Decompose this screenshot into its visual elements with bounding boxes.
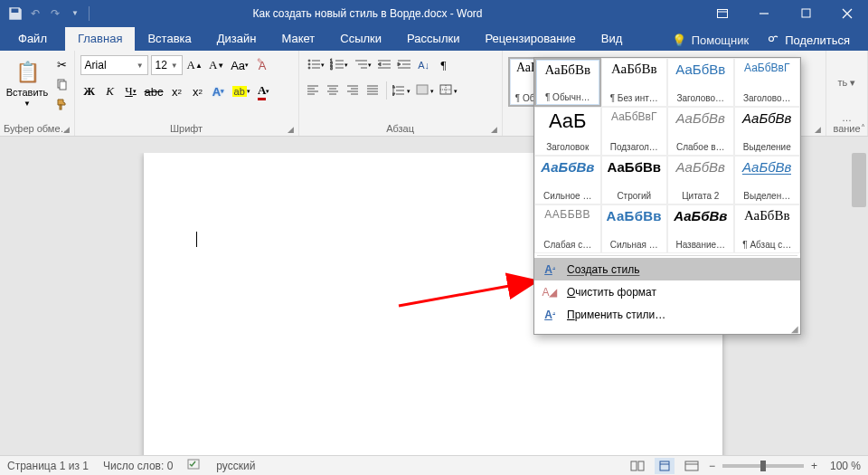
tell-me-search[interactable]: 💡 Помощник [665, 31, 757, 50]
language-status[interactable]: русский [216, 460, 255, 472]
web-layout-view-button[interactable] [682, 458, 702, 474]
save-icon[interactable] [7, 5, 24, 22]
vertical-scrollbar[interactable] [852, 153, 866, 455]
highlight-button[interactable]: ab▾ [231, 81, 252, 101]
line-spacing-button[interactable]: ▾ [391, 81, 412, 101]
sort-button[interactable]: А↓ [415, 55, 433, 75]
dialog-launcher-icon[interactable]: ◢ [491, 125, 497, 134]
page-number-status[interactable]: Страница 1 из 1 [7, 460, 89, 472]
shrink-font-button[interactable]: A▼ [207, 55, 226, 75]
zoom-out-button[interactable]: − [709, 460, 715, 472]
apply-styles-action[interactable]: A₄ Применить стили… [534, 303, 800, 326]
tab-mailings[interactable]: Рассылки [394, 27, 472, 51]
cut-button[interactable]: ✂ [53, 56, 70, 72]
align-right-button[interactable] [344, 81, 363, 101]
resize-grip-icon[interactable]: ◢ [534, 326, 800, 334]
font-color-button[interactable]: A▾ [255, 81, 273, 101]
maximize-icon[interactable] [785, 0, 826, 26]
dialog-launcher-icon[interactable]: ◢ [815, 125, 821, 134]
strikethrough-button[interactable]: abc [143, 81, 165, 101]
status-bar: Страница 1 из 1 Число слов: 0 русский − … [0, 455, 868, 475]
gallery-style-item[interactable]: АаБбВвНазвание… [667, 204, 734, 253]
proofing-status[interactable] [187, 458, 202, 473]
undo-icon[interactable]: ↶ [27, 5, 43, 22]
show-marks-button[interactable]: ¶ [435, 55, 453, 75]
change-case-button[interactable]: Aa▾ [229, 55, 250, 75]
gallery-style-item[interactable]: АаБбВвСлабое в… [667, 107, 734, 156]
paste-button[interactable]: 📋 Вставить ▼ [4, 53, 51, 115]
align-center-button[interactable] [325, 81, 343, 101]
share-button[interactable]: Поделиться [760, 30, 857, 51]
share-icon [767, 33, 779, 48]
align-left-button[interactable] [305, 81, 323, 101]
clear-formatting-label: Очистить формат [567, 286, 656, 299]
multilevel-list-button[interactable]: ▾ [352, 55, 373, 75]
word-count-status[interactable]: Число слов: 0 [103, 460, 173, 472]
gallery-style-item[interactable]: ААББВВСлабая с… [534, 204, 601, 253]
clear-formatting-button[interactable]: A✎ [253, 55, 271, 75]
gallery-style-item[interactable]: АаБбВвГПодзагол… [601, 107, 668, 156]
gallery-style-item[interactable]: АаБбВвГЗаголово… [734, 58, 801, 107]
copy-button[interactable] [53, 76, 70, 92]
redo-icon[interactable]: ↷ [47, 5, 63, 22]
superscript-button[interactable]: x2 [189, 81, 207, 101]
gallery-style-item[interactable]: АаБбВвСильное … [534, 156, 601, 204]
gallery-style-item[interactable]: АаБбВвСильная … [601, 204, 668, 253]
gallery-style-item[interactable]: АаБбВвЗаголово… [667, 58, 734, 107]
close-icon[interactable] [826, 0, 868, 26]
gallery-style-item[interactable]: АаБбВвЦитата 2 [667, 156, 734, 204]
read-mode-view-button[interactable] [627, 458, 647, 474]
account-badge[interactable] [637, 5, 691, 22]
format-painter-button[interactable] [53, 96, 70, 112]
bullets-button[interactable]: ▾ [305, 55, 326, 75]
font-size-combo[interactable]: 12▼ [151, 55, 183, 75]
gallery-style-item[interactable]: АаБбВв¶ Без инт… [601, 58, 668, 107]
justify-button[interactable] [364, 81, 382, 101]
svg-rect-3 [802, 9, 810, 17]
text-effects-button[interactable]: A▾ [210, 81, 228, 101]
shading-button[interactable]: ▾ [414, 81, 436, 101]
svg-marker-27 [378, 62, 381, 66]
editing-menu-button[interactable]: ть ▾ [830, 77, 863, 89]
group-label-clipboard: Буфер обме…◢ [4, 122, 71, 135]
gallery-style-item[interactable]: АаБбВвВыделен… [734, 156, 801, 204]
tab-file[interactable]: Файл [0, 27, 65, 51]
italic-button[interactable]: К [101, 81, 119, 101]
print-layout-view-button[interactable] [655, 458, 675, 474]
borders-button[interactable]: ▾ [438, 81, 459, 101]
collapse-ribbon-icon[interactable]: ˄ [861, 123, 865, 133]
gallery-style-item[interactable]: АаБЗаголовок [534, 107, 601, 156]
qat-customize-icon[interactable]: ▼ [67, 5, 83, 22]
gallery-style-item[interactable]: АаБбВвСтрогий [601, 156, 668, 204]
underline-button[interactable]: Ч▾ [122, 81, 140, 101]
bold-button[interactable]: Ж [80, 81, 99, 101]
gallery-style-item[interactable]: АаБбВв¶ Обычн… [534, 58, 601, 107]
ribbon-tabs: Файл Главная Вставка Дизайн Макет Ссылки… [0, 26, 868, 51]
tab-insert[interactable]: Вставка [135, 27, 203, 51]
tab-review[interactable]: Рецензирование [472, 27, 588, 51]
increase-indent-button[interactable] [395, 55, 413, 75]
create-style-action[interactable]: A₄ Создать стиль [534, 258, 800, 280]
dialog-launcher-icon[interactable]: ◢ [63, 125, 70, 134]
zoom-in-button[interactable]: + [811, 460, 817, 472]
dialog-launcher-icon[interactable]: ◢ [288, 125, 294, 134]
grow-font-button[interactable]: A▲ [185, 55, 204, 75]
tab-design[interactable]: Дизайн [204, 27, 269, 51]
clear-formatting-action[interactable]: A◢ Очистить формат [534, 280, 800, 303]
minimize-icon[interactable] [743, 0, 785, 26]
chevron-down-icon: ▼ [24, 100, 31, 108]
numbering-button[interactable]: 123▾ [328, 55, 350, 75]
gallery-style-item[interactable]: АаБбВв¶ Абзац с… [734, 204, 801, 253]
subscript-button[interactable]: x2 [168, 81, 186, 101]
zoom-slider[interactable] [722, 464, 804, 468]
tab-references[interactable]: Ссылки [327, 27, 394, 51]
tab-view[interactable]: Вид [589, 27, 636, 51]
font-name-combo[interactable]: Arial▼ [80, 55, 148, 75]
zoom-level[interactable]: 100 % [825, 460, 861, 472]
decrease-indent-button[interactable] [375, 55, 393, 75]
tab-home[interactable]: Главная [65, 27, 135, 51]
chevron-down-icon: ▼ [171, 62, 178, 70]
ribbon-options-icon[interactable] [702, 0, 743, 26]
gallery-style-item[interactable]: АаБбВвВыделение [734, 107, 801, 156]
tab-layout[interactable]: Макет [269, 27, 327, 51]
